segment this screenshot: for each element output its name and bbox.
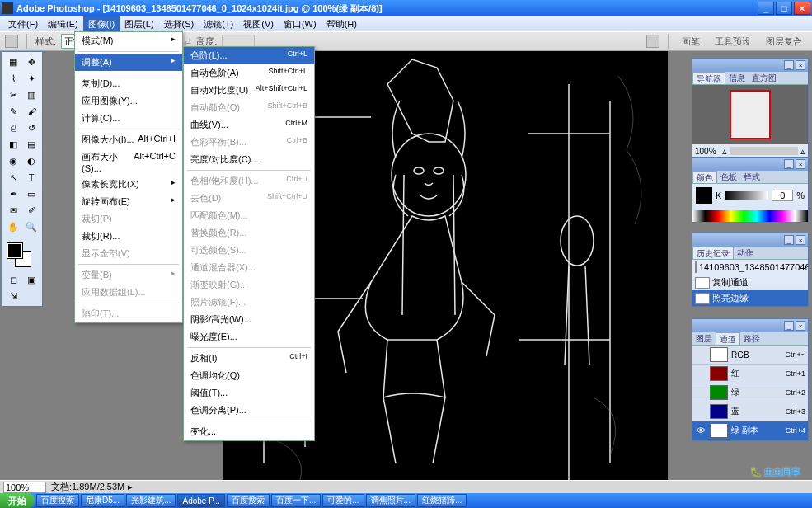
taskbar-item[interactable]: 光影建筑... — [126, 494, 176, 507]
menu-item[interactable]: 图像大小(I)...Alt+Ctrl+I — [75, 131, 182, 148]
optbar-tab-comp[interactable]: 图层复合 — [761, 34, 807, 49]
jump-tool[interactable]: ⇲ — [4, 288, 22, 304]
menu-item[interactable]: 文件(F) — [3, 16, 43, 32]
zoom-in-icon[interactable]: ▵ — [800, 146, 805, 157]
slice-tool[interactable]: ▥ — [22, 87, 40, 103]
menu-item[interactable]: 像素长宽比(X) — [75, 176, 182, 193]
color-fg-swatch[interactable] — [696, 187, 712, 204]
eraser-tool[interactable]: ◧ — [4, 136, 22, 153]
shape-tool[interactable]: ▭ — [22, 186, 40, 202]
taskbar-item[interactable]: 可爱的... — [322, 494, 364, 507]
image-menu-dropdown[interactable]: 模式(M)调整(A)复制(D)...应用图像(Y)...计算(C)...图像大小… — [74, 31, 183, 323]
brush-tool[interactable]: 🖌 — [22, 103, 40, 120]
actions-tab[interactable]: 动作 — [734, 247, 757, 259]
layers-tab[interactable]: 图层 — [692, 332, 716, 345]
submenu-item[interactable]: 亮度/对比度(C)... — [184, 151, 314, 168]
history-doc[interactable]: 14109603_1348501477046... — [692, 260, 808, 275]
navigator-tab[interactable]: 导航器 — [692, 72, 725, 84]
quickmask-tool[interactable]: ◻ — [4, 271, 22, 288]
menu-item[interactable]: 画布大小(S)...Alt+Ctrl+C — [75, 148, 182, 176]
start-button[interactable]: 开始 — [0, 493, 35, 508]
submenu-item[interactable]: 曝光度(E)... — [184, 328, 314, 346]
menu-item[interactable]: 裁切(R)... — [75, 228, 182, 245]
panel-min-icon[interactable]: _ — [784, 321, 794, 331]
menu-item[interactable]: 模式(M) — [75, 32, 182, 49]
menu-item[interactable]: 复制(D)... — [75, 75, 182, 92]
eyedrop-tool[interactable]: ✐ — [22, 202, 40, 219]
channel-item[interactable]: 👁绿 副本Ctrl+4 — [692, 421, 808, 440]
submenu-item[interactable]: 变化... — [184, 423, 314, 440]
maximize-button[interactable]: □ — [776, 2, 792, 15]
heal-tool[interactable]: ✎ — [4, 103, 22, 120]
crop-tool[interactable]: ✂ — [4, 87, 22, 103]
channel-item[interactable]: 蓝Ctrl+3 — [692, 402, 808, 421]
menu-item[interactable]: 滤镜(T) — [199, 16, 238, 32]
blur-tool[interactable]: ◉ — [4, 153, 22, 169]
taskbar-item[interactable]: 百度搜索 — [227, 494, 270, 507]
menu-item[interactable]: 选择(S) — [159, 16, 199, 32]
notes-tool[interactable]: ✉ — [4, 202, 22, 219]
menu-item[interactable]: 应用图像(Y)... — [75, 92, 182, 110]
fg-color[interactable] — [7, 243, 22, 258]
info-tab[interactable]: 信息 — [725, 72, 749, 84]
nav-zoom-slider[interactable] — [730, 147, 798, 155]
color-swatch[interactable] — [4, 242, 40, 271]
taskbar-item[interactable]: 百度搜索 — [36, 494, 79, 507]
optbar-tab-brush[interactable]: 画笔 — [677, 34, 705, 49]
optbar-tab-preset[interactable]: 工具预设 — [710, 34, 756, 49]
channel-item[interactable]: 红Ctrl+1 — [692, 365, 808, 383]
histogram-tab[interactable]: 直方图 — [749, 72, 780, 84]
panel-close-icon[interactable]: × — [796, 235, 805, 245]
hand-tool[interactable]: ✋ — [4, 219, 22, 235]
submenu-item[interactable]: 色调均化(Q) — [184, 367, 314, 384]
submenu-item[interactable]: 曲线(V)...Ctrl+M — [184, 116, 314, 134]
history-brush-tool[interactable]: ↺ — [22, 120, 40, 136]
menu-item[interactable]: 图像(I) — [83, 16, 120, 32]
lasso-tool[interactable]: ⌇ — [4, 70, 22, 87]
history-item[interactable]: 复制通道 — [692, 275, 808, 290]
color-spectrum[interactable] — [692, 210, 808, 222]
panel-close-icon[interactable]: × — [796, 60, 805, 70]
status-zoom[interactable]: 100% — [3, 482, 46, 493]
tool-preset-icon[interactable] — [5, 35, 18, 48]
taskbar-item[interactable]: 红烧猪蹄... — [417, 494, 467, 507]
menu-item[interactable]: 图层(L) — [120, 16, 158, 32]
menu-item[interactable]: 窗口(W) — [279, 16, 322, 32]
panel-min-icon[interactable]: _ — [784, 60, 794, 70]
taskbar-item[interactable]: 调焦照片... — [366, 494, 415, 507]
menu-item[interactable]: 帮助(H) — [322, 16, 362, 32]
menu-item[interactable]: 视图(V) — [238, 16, 279, 32]
taskbar-item[interactable]: 尼康D5... — [81, 494, 124, 507]
panel-min-icon[interactable]: _ — [784, 235, 794, 245]
submenu-item[interactable]: 阴影/高光(W)... — [184, 311, 314, 328]
menu-item[interactable]: 计算(C)... — [75, 110, 182, 127]
history-tab[interactable]: 历史记录 — [692, 247, 734, 259]
submenu-item[interactable]: 色调分离(P)... — [184, 402, 314, 419]
pen-tool[interactable]: ✒ — [4, 186, 22, 202]
color-k-slider[interactable] — [725, 191, 768, 200]
menu-item[interactable]: 编辑(E) — [43, 16, 83, 32]
taskbar-item[interactable]: 百度一下... — [271, 494, 321, 507]
menu-item[interactable]: 调整(A) — [75, 54, 182, 71]
adjustments-submenu[interactable]: 色阶(L)...Ctrl+L自动色阶(A)Shift+Ctrl+L自动对比度(U… — [183, 46, 315, 441]
type-tool[interactable]: T — [22, 169, 40, 186]
submenu-item[interactable]: 阈值(T)... — [184, 384, 314, 402]
menu-item[interactable]: 旋转画布(E) — [75, 193, 182, 210]
zoom-out-icon[interactable]: ▵ — [722, 146, 727, 157]
channel-item[interactable]: 绿Ctrl+2 — [692, 383, 808, 402]
gradient-tool[interactable]: ▤ — [22, 136, 40, 153]
panel-min-icon[interactable]: _ — [784, 159, 794, 169]
color-k-value[interactable]: 0 — [772, 190, 793, 201]
channel-item[interactable]: RGBCtrl+~ — [692, 346, 808, 365]
palette-well-icon[interactable] — [646, 35, 659, 48]
panel-close-icon[interactable]: × — [796, 321, 805, 331]
submenu-item[interactable]: 色阶(L)...Ctrl+L — [184, 47, 314, 64]
minimize-button[interactable]: _ — [758, 2, 774, 15]
nav-zoom-value[interactable]: 100% — [695, 147, 720, 156]
navigator-thumb[interactable] — [692, 85, 808, 144]
zoom-tool[interactable]: 🔍 — [22, 219, 40, 235]
close-button[interactable]: × — [794, 2, 810, 15]
panel-close-icon[interactable]: × — [796, 159, 805, 169]
dodge-tool[interactable]: ◐ — [22, 153, 40, 169]
move-tool[interactable]: ✥ — [22, 54, 40, 70]
